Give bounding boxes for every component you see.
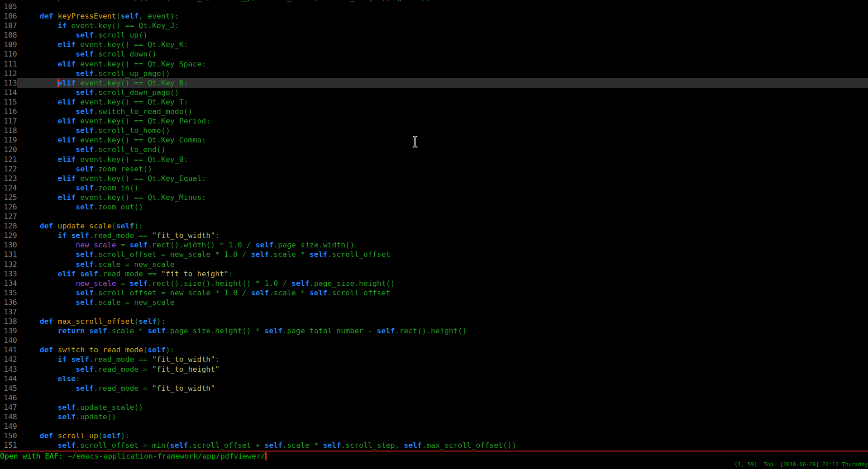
code-line[interactable]: 129 if self.read_mode == "fit_to_width":: [0, 231, 868, 240]
code-line[interactable]: 114 self.scroll_down_page(): [0, 88, 868, 97]
code-line[interactable]: 105: [0, 2, 868, 11]
line-number: 133: [4, 269, 17, 279]
code-text: [17, 393, 868, 403]
code-text: self.scroll_offset = new_scale * 1.0 / s…: [17, 288, 868, 298]
line-number: 150: [4, 431, 17, 441]
code-line[interactable]: 130 new_scale = self.rect().width() * 1.…: [0, 240, 868, 250]
code-text: self.scale = new_scale: [17, 260, 868, 269]
code-line[interactable]: 148 self.update(): [0, 412, 868, 422]
line-number: 107: [4, 21, 17, 30]
line-number: 124: [4, 183, 17, 193]
line-number: 119: [4, 135, 17, 145]
line-number: 144: [4, 374, 17, 384]
code-line[interactable]: 127: [0, 212, 868, 221]
minibuffer-input[interactable]: ~/emacs-application-framework/app/pdfvie…: [67, 452, 265, 460]
text-cursor: [265, 452, 267, 460]
code-line[interactable]: 151 self.scroll_offset = min(self.scroll…: [0, 441, 868, 450]
code-line[interactable]: 142 if self.read_mode == "fit_to_width":: [0, 355, 868, 364]
code-text: def max_scroll_offset(self):: [17, 317, 868, 326]
code-line[interactable]: 138 def max_scroll_offset(self):: [0, 317, 868, 326]
code-line[interactable]: 120 self.scroll_to_end(): [0, 145, 868, 154]
line-number: 131: [4, 250, 17, 259]
code-line[interactable]: 132 self.scale = new_scale: [0, 260, 868, 269]
code-line[interactable]: 125 elif event.key() == Qt.Key_Minus:: [0, 193, 868, 202]
code-line[interactable]: 144 else:: [0, 374, 868, 384]
ibeam-mouse-cursor: [411, 136, 419, 148]
tray-cursor-position: (1, 59): [734, 461, 758, 468]
line-number: 111: [4, 59, 17, 69]
code-line[interactable]: 139 return self.scale * self.page_size.h…: [0, 326, 868, 336]
code-line[interactable]: 134 new_scale = self.rect().size().heigh…: [0, 279, 868, 288]
code-line[interactable]: 108 self.scroll_up(): [0, 30, 868, 40]
code-line[interactable]: 128 def update_scale(self):: [0, 221, 868, 231]
code-text: self.scroll_offset = min(self.scroll_off…: [17, 441, 868, 450]
line-number: 142: [4, 355, 17, 364]
code-text: elif event.key() == Qt.Key_Period:: [17, 116, 868, 126]
line-number: 137: [4, 307, 17, 317]
code-line[interactable]: 131 self.scroll_offset = new_scale * 1.0…: [0, 250, 868, 259]
code-line[interactable]: 117 elif event.key() == Qt.Key_Period:: [0, 116, 868, 126]
code-line[interactable]: 107 if event.key() == Qt.Key_J:: [0, 21, 868, 30]
line-number: 139: [4, 326, 17, 336]
line-number: 117: [4, 116, 17, 126]
code-buffer[interactable]: painter.drawPixmap(QRect(render_x, rende…: [0, 0, 868, 450]
code-line[interactable]: 124 self.zoom_in(): [0, 183, 868, 193]
line-number: 151: [4, 441, 17, 450]
code-text: def switch_to_read_mode(self):: [17, 345, 868, 355]
code-line[interactable]: 109 elif event.key() == Qt.Key_K:: [0, 40, 868, 49]
code-line[interactable]: 150 def scroll_up(self):: [0, 431, 868, 441]
code-text: if self.read_mode == "fit_to_width":: [17, 231, 868, 240]
code-line[interactable]: 119 elif event.key() == Qt.Key_Comma:: [0, 135, 868, 145]
code-text: self.update(): [17, 412, 868, 422]
code-line[interactable]: 135 self.scroll_offset = new_scale * 1.0…: [0, 288, 868, 298]
code-line[interactable]: 126 self.zoom_out(): [0, 202, 868, 212]
code-line[interactable]: 106 def keyPressEvent(self, event):: [0, 11, 868, 21]
code-line[interactable]: 141 def switch_to_read_mode(self):: [0, 345, 868, 355]
line-number: 138: [4, 317, 17, 326]
code-line[interactable]: 143 self.read_mode = "fit_to_height": [0, 365, 868, 374]
code-line[interactable]: 113 elif event.key() == Qt.Key_B:: [0, 78, 868, 88]
line-number: 118: [4, 126, 17, 135]
code-text: def keyPressEvent(self, event):: [17, 11, 868, 21]
line-number: 109: [4, 40, 17, 49]
line-number: 132: [4, 260, 17, 269]
code-text: def update_scale(self):: [17, 221, 868, 231]
code-line[interactable]: 118 self.scroll_to_home(): [0, 126, 868, 135]
code-line[interactable]: 112 self.scroll_up_page(): [0, 69, 868, 78]
code-text: [17, 307, 868, 317]
code-line[interactable]: 145 self.read_mode = "fit_to_width": [0, 384, 868, 393]
line-number: 129: [4, 231, 17, 240]
line-number: 122: [4, 164, 17, 174]
line-number: 110: [4, 49, 17, 59]
code-line[interactable]: 140: [0, 336, 868, 345]
code-line[interactable]: 121 elif event.key() == Qt.Key_0:: [0, 155, 868, 164]
code-line[interactable]: 136 self.scale = new_scale: [0, 298, 868, 307]
line-number: 123: [4, 174, 17, 183]
code-text: self.zoom_reset(): [17, 164, 868, 174]
code-line[interactable]: 122 self.zoom_reset(): [0, 164, 868, 174]
code-text: self.switch_to_read_mode(): [17, 107, 868, 116]
code-line[interactable]: 149: [0, 422, 868, 431]
line-number: 120: [4, 145, 17, 154]
code-line[interactable]: 115 elif event.key() == Qt.Key_T:: [0, 97, 868, 107]
line-number: 134: [4, 279, 17, 288]
code-line[interactable]: 147 self.update_scale(): [0, 403, 868, 412]
code-line[interactable]: 111 elif event.key() == Qt.Key_Space:: [0, 59, 868, 69]
minibuffer[interactable]: Open with EAF: ~/emacs-application-frame…: [0, 452, 868, 461]
code-text: elif event.key() == Qt.Key_Minus:: [17, 193, 868, 202]
code-line[interactable]: 137: [0, 307, 868, 317]
code-text: new_scale = self.rect().width() * 1.0 / …: [17, 240, 868, 250]
code-text: self.zoom_in(): [17, 183, 868, 193]
code-line[interactable]: 123 elif event.key() == Qt.Key_Equal:: [0, 174, 868, 183]
code-line[interactable]: 146: [0, 393, 868, 403]
line-number: 135: [4, 288, 17, 298]
emacs-frame: { "theme": { "colors": { "bg": "#000000"…: [0, 0, 868, 469]
code-line[interactable]: 116 self.switch_to_read_mode(): [0, 107, 868, 116]
code-line[interactable]: 110 self.scroll_down(): [0, 49, 868, 59]
code-line[interactable]: 133 elif self.read_mode == "fit_to_heigh…: [0, 269, 868, 279]
awesome-tray: (1, 59)Top[2018-06-28] 22:12 Thursday: [734, 461, 868, 469]
code-text: self.scroll_down(): [17, 49, 868, 59]
line-number: 140: [4, 336, 17, 345]
code-text: [17, 2, 868, 11]
code-text: new_scale = self.rect().size().height() …: [17, 279, 868, 288]
